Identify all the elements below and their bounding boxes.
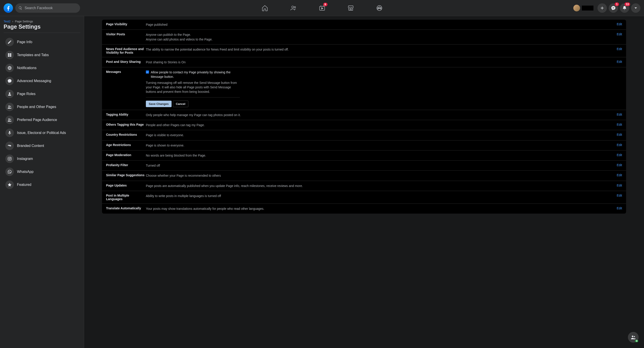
- edit-link[interactable]: Edit: [617, 113, 622, 116]
- top-header: 9 1 13: [0, 0, 644, 16]
- people-icon: [5, 103, 14, 111]
- search-box[interactable]: [15, 3, 80, 13]
- sidebar-item-label: Templates and Tabs: [17, 53, 49, 57]
- setting-row-translate-automatically[interactable]: Translate Automatically Your posts may s…: [102, 204, 626, 214]
- setting-row-country-restrictions[interactable]: Country Restrictions Page is visible to …: [102, 130, 626, 140]
- plus-icon: [600, 6, 605, 10]
- save-changes-button[interactable]: Save Changes: [146, 101, 172, 107]
- messages-note: Turning messaging off will remove the Se…: [146, 80, 240, 94]
- edit-link[interactable]: Edit: [617, 206, 622, 210]
- setting-row-tagging-ability[interactable]: Tagging Ability Only people who help man…: [102, 110, 626, 120]
- setting-desc: Choose whether your Page is recommended …: [146, 173, 613, 178]
- sidebar-item-label: Instagram: [17, 157, 33, 161]
- setting-label: Profanity Filter: [106, 163, 146, 167]
- edit-link[interactable]: Edit: [617, 123, 622, 126]
- breadcrumb-root[interactable]: Test2: [4, 20, 10, 23]
- edit-link[interactable]: Edit: [617, 60, 622, 64]
- sidebar-item-preferred-audience[interactable]: Preferred Page Audience: [4, 114, 80, 126]
- setting-label: Age Restrictions: [106, 143, 146, 147]
- whatsapp-icon: [5, 168, 14, 176]
- setting-label: Post and Story Sharing: [106, 60, 146, 64]
- avatar: [573, 5, 580, 12]
- setting-label: Translate Automatically: [106, 206, 146, 210]
- caret-down-icon: [633, 6, 638, 10]
- page-title: Page Settings: [4, 24, 80, 30]
- facebook-logo[interactable]: [4, 3, 13, 13]
- sidebar-item-label: WhatsApp: [17, 170, 34, 174]
- setting-desc: Your posts may show translations automat…: [146, 206, 613, 211]
- new-message-button[interactable]: 0: [628, 332, 639, 343]
- setting-label: News Feed Audience and Visibility for Po…: [106, 47, 146, 54]
- setting-row-visitor-posts[interactable]: Visitor Posts Anyone can publish to the …: [102, 30, 626, 44]
- setting-label: Country Restrictions: [106, 133, 146, 136]
- setting-row-page-updates[interactable]: Page Updates Page posts are automaticall…: [102, 181, 626, 191]
- microphone-icon: [5, 128, 14, 137]
- messenger-icon: [611, 6, 616, 10]
- setting-row-multiple-languages[interactable]: Post in Multiple Languages Ability to wr…: [102, 191, 626, 204]
- search-input[interactable]: [24, 6, 77, 10]
- nav-home[interactable]: [252, 2, 278, 14]
- sidebar-item-people-pages[interactable]: People and Other Pages: [4, 101, 80, 113]
- sidebar-item-templates-tabs[interactable]: Templates and Tabs: [4, 49, 80, 61]
- sidebar-item-instagram[interactable]: Instagram: [4, 153, 80, 165]
- notifications-button[interactable]: 13: [620, 3, 629, 13]
- messenger-badge: 1: [615, 2, 619, 6]
- account-menu-button[interactable]: [631, 3, 640, 13]
- setting-desc: No words are being blocked from the Page…: [146, 153, 613, 158]
- create-button[interactable]: [598, 3, 607, 13]
- bell-icon: [622, 6, 627, 10]
- sidebar-item-political-ads[interactable]: Issue, Electoral or Political Ads: [4, 127, 80, 139]
- setting-row-page-visibility[interactable]: Page Visibility Page published Edit: [102, 20, 626, 30]
- edit-link[interactable]: Edit: [617, 143, 622, 147]
- people-icon: [630, 334, 636, 340]
- sidebar-item-advanced-messaging[interactable]: Advanced Messaging: [4, 75, 80, 87]
- setting-row-post-story-sharing[interactable]: Post and Story Sharing Post sharing to S…: [102, 57, 626, 67]
- nav-center: 9: [252, 2, 393, 14]
- edit-link[interactable]: Edit: [617, 184, 622, 187]
- sidebar-item-featured[interactable]: Featured: [4, 179, 80, 191]
- sidebar-item-whatsapp[interactable]: WhatsApp: [4, 166, 80, 178]
- setting-row-news-feed-audience[interactable]: News Feed Audience and Visibility for Po…: [102, 44, 626, 57]
- nav-marketplace[interactable]: [337, 2, 364, 14]
- grid-icon: [5, 51, 14, 59]
- edit-link[interactable]: Edit: [617, 47, 622, 51]
- float-badge: 0: [635, 340, 638, 342]
- marketplace-icon: [348, 5, 354, 12]
- nav-watch[interactable]: 9: [309, 2, 336, 14]
- setting-row-page-moderation[interactable]: Page Moderation No words are being block…: [102, 150, 626, 160]
- setting-label: Messages: [106, 70, 146, 74]
- edit-link[interactable]: Edit: [617, 173, 622, 177]
- setting-row-age-restrictions[interactable]: Age Restrictions Page is shown to everyo…: [102, 140, 626, 150]
- svg-point-11: [8, 118, 10, 120]
- nav-groups[interactable]: [366, 2, 393, 14]
- cancel-button[interactable]: Cancel: [173, 101, 188, 107]
- setting-label: Page Updates: [106, 184, 146, 187]
- setting-row-others-tagging[interactable]: Others Tagging this Page People and othe…: [102, 120, 626, 130]
- setting-desc: People and other Pages can tag my Page.: [146, 123, 613, 127]
- sidebar-item-notifications[interactable]: Notifications: [4, 62, 80, 74]
- edit-link[interactable]: Edit: [617, 133, 622, 136]
- sidebar-item-page-roles[interactable]: Page Roles: [4, 88, 80, 100]
- setting-desc: Anyone can publish to the Page. Anyone c…: [146, 32, 613, 42]
- setting-desc: Page published: [146, 22, 613, 27]
- setting-row-similar-page-suggestions[interactable]: Similar Page Suggestions Choose whether …: [102, 171, 626, 181]
- sidebar-item-page-info[interactable]: Page Info: [4, 36, 80, 48]
- sidebar-item-label: Page Info: [17, 40, 32, 44]
- edit-link[interactable]: Edit: [617, 153, 622, 157]
- setting-row-profanity-filter[interactable]: Profanity Filter Turned off Edit: [102, 160, 626, 171]
- edit-link[interactable]: Edit: [617, 163, 622, 167]
- sidebar-item-label: Featured: [17, 183, 31, 187]
- edit-link[interactable]: Edit: [617, 22, 622, 26]
- user-chip[interactable]: [572, 4, 596, 12]
- nav-friends[interactable]: [280, 2, 307, 14]
- user-name: [582, 6, 594, 10]
- notifications-badge: 13: [624, 2, 630, 6]
- home-icon: [262, 5, 268, 12]
- setting-label: Page Moderation: [106, 153, 146, 157]
- sidebar-item-branded-content[interactable]: Branded Content: [4, 140, 80, 152]
- edit-link[interactable]: Edit: [617, 194, 622, 197]
- edit-link[interactable]: Edit: [617, 32, 622, 36]
- setting-desc: Page is shown to everyone.: [146, 143, 613, 148]
- messages-checkbox[interactable]: [146, 70, 149, 74]
- messenger-button[interactable]: 1: [609, 3, 618, 13]
